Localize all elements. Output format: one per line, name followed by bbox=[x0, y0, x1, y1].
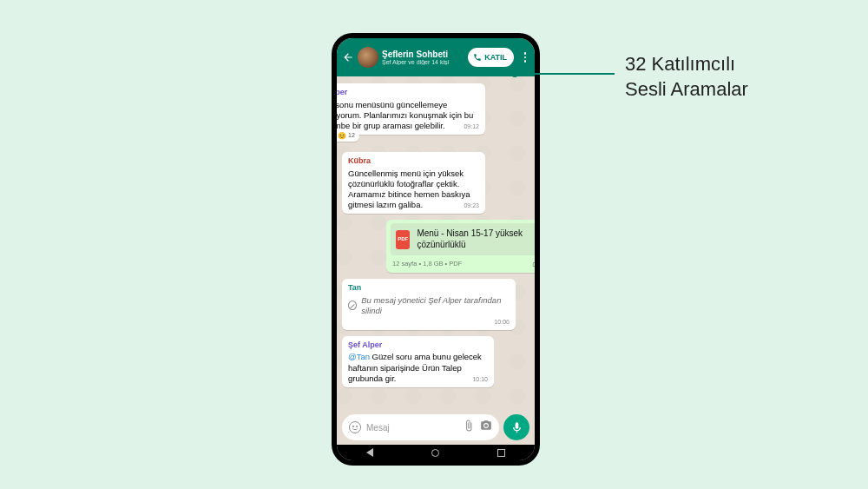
file-meta: 12 sayfa • 1,8 GB • PDF bbox=[392, 260, 462, 268]
message-time: 09:12 bbox=[464, 123, 479, 131]
file-name: Menü - Nisan 15-17 yüksek çözünürlüklü bbox=[417, 228, 534, 250]
mention[interactable]: @Tan bbox=[348, 352, 370, 361]
file-attachment[interactable]: PDF Menü - Nisan 15-17 yüksek çözünürlük… bbox=[391, 223, 535, 255]
phone-icon bbox=[473, 53, 482, 62]
message-text: Güncellenmiş menü için yüksek çözünürlük… bbox=[348, 169, 470, 209]
deleted-text: Bu mesaj yönetici Şef Alper tarafından s… bbox=[361, 295, 510, 316]
nav-home-icon[interactable] bbox=[431, 449, 439, 457]
emoji-icon[interactable] bbox=[349, 421, 361, 433]
pdf-icon: PDF bbox=[396, 230, 410, 249]
deleted-icon bbox=[348, 301, 357, 310]
mic-button[interactable] bbox=[503, 414, 529, 440]
mic-icon bbox=[510, 421, 523, 434]
message-incoming[interactable]: Kübra Güncellenmiş menü için yüksek çözü… bbox=[342, 152, 485, 214]
message-time: 09:34 ✓✓ bbox=[532, 261, 535, 269]
feature-callout: 32 Katılımcılı Sesli Aramalar bbox=[625, 52, 748, 102]
message-time: 09:23 bbox=[464, 202, 479, 210]
nav-back-icon[interactable] bbox=[366, 448, 373, 457]
join-call-label: KATIL bbox=[484, 53, 507, 62]
input-placeholder: Mesaj bbox=[366, 423, 457, 433]
camera-icon[interactable] bbox=[480, 420, 492, 435]
group-avatar[interactable] bbox=[358, 47, 378, 68]
more-menu-icon[interactable] bbox=[521, 52, 529, 63]
chat-header: Şeflerin Sohbeti Şef Alper ve diğer 14 k… bbox=[337, 38, 535, 76]
message-incoming-deleted[interactable]: Tan Bu mesaj yönetici Şef Alper tarafınd… bbox=[342, 279, 516, 330]
attach-icon[interactable] bbox=[463, 420, 475, 435]
message-text: Hafta sonu menüsünü güncellemeye uğraşıy… bbox=[337, 100, 473, 130]
message-outgoing-file[interactable]: PDF Menü - Nisan 15-17 yüksek çözünürlük… bbox=[386, 220, 535, 273]
callout-line1: 32 Katılımcılı bbox=[625, 52, 748, 77]
chat-area: Şef Alper Hafta sonu menüsünü güncelleme… bbox=[337, 76, 535, 410]
sender-name: Tan bbox=[348, 283, 510, 294]
message-time: 10:10 bbox=[472, 376, 488, 384]
reaction-emojis: 👍🙏😊 bbox=[337, 132, 346, 141]
message-time: 10:06 bbox=[494, 319, 510, 327]
reactions-bubble[interactable]: 👍🙏😊 12 bbox=[337, 131, 359, 142]
screen: Şeflerin Sohbeti Şef Alper ve diğer 14 k… bbox=[337, 38, 535, 460]
join-call-button[interactable]: KATIL bbox=[468, 48, 514, 67]
chat-title: Şeflerin Sohbeti bbox=[382, 50, 464, 59]
back-icon[interactable] bbox=[342, 51, 354, 63]
chat-subtitle: Şef Alper ve diğer 14 kişi bbox=[382, 59, 464, 65]
reaction-count: 12 bbox=[348, 132, 355, 140]
sender-name: Kübra bbox=[348, 156, 479, 167]
message-incoming[interactable]: Şef Alper @Tan Güzel soru ama bunu gelec… bbox=[342, 336, 494, 387]
sender-name: Şef Alper bbox=[348, 340, 488, 351]
sender-name: Şef Alper bbox=[337, 88, 479, 98]
input-bar: Mesaj bbox=[337, 410, 535, 445]
nav-recent-icon[interactable] bbox=[497, 449, 505, 457]
phone-frame: Şeflerin Sohbeti Şef Alper ve diğer 14 k… bbox=[332, 33, 540, 466]
message-incoming[interactable]: Şef Alper Hafta sonu menüsünü güncelleme… bbox=[337, 83, 485, 135]
callout-connector bbox=[515, 73, 615, 75]
callout-line2: Sesli Aramalar bbox=[625, 77, 748, 102]
android-nav-bar bbox=[337, 445, 535, 460]
chat-title-block[interactable]: Şeflerin Sohbeti Şef Alper ve diğer 14 k… bbox=[382, 50, 464, 65]
message-input[interactable]: Mesaj bbox=[342, 414, 499, 440]
